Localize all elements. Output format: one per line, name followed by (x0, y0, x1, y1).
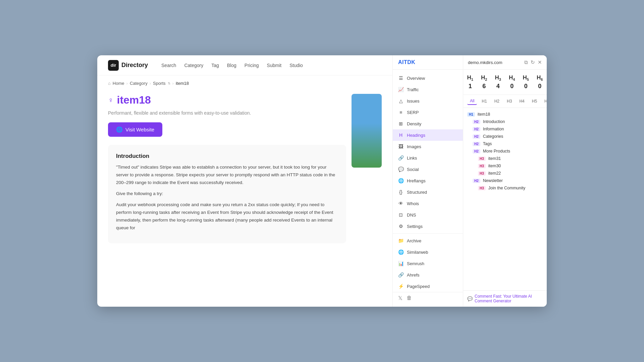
tree-item-1: H2 Introduction (473, 118, 543, 125)
sidebar-item-settings[interactable]: ⚙ Settings (393, 221, 463, 232)
expand-icon[interactable]: ⧉ (524, 59, 528, 65)
h6-count-col: H6 0 (533, 72, 547, 92)
tree-item-2: H2 Information (473, 125, 543, 133)
settings-label: Settings (407, 224, 423, 229)
nav-search[interactable]: Search (161, 63, 176, 68)
nav-blog[interactable]: Blog (227, 63, 236, 68)
tree-text-2: Information (483, 127, 504, 131)
sidebar-item-structured[interactable]: {} Structured (393, 186, 463, 198)
similarweb-label: Similarweb (407, 250, 428, 255)
sidebar-item-images[interactable]: 🖼 Images (393, 141, 463, 152)
item-title-row: ♀ item18 (108, 94, 346, 106)
tree-item-4: H2 Tags (473, 140, 543, 147)
sidebar-item-semrush[interactable]: 📊 Semrush (393, 258, 463, 269)
sidebar-item-issues[interactable]: △ Issues (393, 95, 463, 107)
sidebar-item-dns[interactable]: ⊡ DNS (393, 209, 463, 221)
h2-value: 6 (482, 83, 486, 90)
whois-label: Whois (407, 201, 419, 206)
h1-count-col: H1 1 (463, 72, 477, 92)
serp-icon: ≡ (398, 110, 404, 115)
delete-icon[interactable]: 🗑 (407, 295, 412, 301)
sidebar-item-hreflangs[interactable]: 🌐 Hreflangs (393, 175, 463, 186)
intro-text1: "Timed out" indicates Stripe was able to… (116, 164, 338, 187)
h3-label: H3 (495, 74, 501, 81)
h5-value: 0 (524, 83, 528, 90)
page-content: ♀ item18 Performant, flexible and extens… (97, 88, 392, 307)
logo-text: Directory (121, 62, 148, 69)
h5-label: H5 (523, 74, 529, 81)
tree-text-4: Tags (483, 141, 492, 146)
sidebar-item-links[interactable]: 🔗 Links (393, 152, 463, 164)
nav-submit[interactable]: Submit (267, 63, 282, 68)
tree-item-3: H2 Categories (473, 133, 543, 140)
pagespeed-label: PageSpeed (407, 284, 430, 289)
nav-studio[interactable]: Studio (289, 63, 303, 68)
sidebar-item-density[interactable]: ⊞ Density (393, 118, 463, 129)
nav-tag[interactable]: Tag (211, 63, 219, 68)
tab-all[interactable]: All (467, 98, 477, 105)
tab-h1[interactable]: H1 (479, 98, 489, 105)
ahrefs-label: Ahrefs (407, 273, 420, 278)
settings-icon: ⚙ (398, 224, 404, 229)
sidebar-divider (393, 233, 463, 234)
comment-bar[interactable]: 💬 Comment Fast: Your Ultimate AI Comment… (463, 290, 547, 307)
sep1: › (126, 81, 128, 86)
tab-h3[interactable]: H3 (504, 98, 515, 105)
logo[interactable]: dir Directory (108, 60, 148, 71)
tree-text-7: item30 (488, 164, 501, 168)
sidebar-item-serp[interactable]: ≡ SERP (393, 107, 463, 118)
breadcrumb-sports[interactable]: Sports (153, 81, 166, 86)
aitdk-label: AITDK (398, 59, 415, 65)
tab-h6[interactable]: H6 (542, 98, 547, 105)
refresh-icon[interactable]: ↻ (531, 59, 535, 65)
sidebar-item-ahrefs[interactable]: 🔗 Ahrefs (393, 269, 463, 281)
breadcrumb-current: item18 (176, 81, 189, 86)
browser-url: demo.mkdirs.com (468, 60, 502, 65)
sidebar-item-headings[interactable]: H Headings (393, 129, 463, 141)
overview-icon: ☰ (398, 75, 404, 81)
h3-count-col: H3 4 (491, 72, 505, 92)
item-image (352, 94, 382, 168)
structured-label: Structured (407, 190, 427, 195)
sidebar-item-similarweb[interactable]: 🌐 Similarweb (393, 246, 463, 258)
archive-icon: 📁 (398, 238, 404, 243)
nav-pricing[interactable]: Pricing (245, 63, 259, 68)
tree-item-8: H3 item22 (478, 170, 543, 177)
heading-tree: H1 item18 H2 Introduction H2 Information (463, 108, 547, 290)
tree-text-10: Join the Community (488, 186, 525, 190)
nav-links: Search Category Tag Blog Pricing Submit … (161, 63, 303, 68)
h1-value: 1 (469, 83, 472, 90)
visit-website-button[interactable]: 🌐 Visit Website (108, 122, 162, 137)
main-window: dir Directory Search Category Tag Blog P… (97, 55, 547, 307)
semrush-icon: 📊 (398, 261, 404, 266)
panel-body: ☰ Overview 📈 Traffic △ Issues ≡ SERP (393, 70, 547, 307)
h3-value: 4 (496, 83, 500, 90)
twitter-icon[interactable]: 𝕏 (398, 295, 402, 301)
ahrefs-icon: 🔗 (398, 272, 404, 278)
images-icon: 🖼 (398, 144, 404, 149)
panel-header: AITDK demo.mkdirs.com ⧉ ↻ ✕ (393, 55, 547, 70)
sidebar-item-social[interactable]: 💬 Social (393, 164, 463, 175)
nav-category[interactable]: Category (184, 63, 203, 68)
aitdk-section: AITDK (393, 55, 463, 69)
tree-item-7: H3 item30 (478, 162, 543, 170)
h3-badge-10: H3 (478, 186, 486, 190)
heading-counts: H1 1 H2 6 H3 4 H4 0 (463, 70, 547, 95)
tree-text-9: Newsletter (483, 178, 503, 183)
semrush-label: Semrush (407, 261, 424, 266)
close-icon[interactable]: ✕ (538, 59, 542, 65)
tab-h5[interactable]: H5 (529, 98, 540, 105)
breadcrumb-category[interactable]: Category (130, 81, 148, 86)
sidebar-item-traffic[interactable]: 📈 Traffic (393, 84, 463, 95)
sidebar-item-archive[interactable]: 📁 Archive (393, 235, 463, 246)
sidebar-item-overview[interactable]: ☰ Overview (393, 72, 463, 84)
traffic-icon: 📈 (398, 87, 404, 92)
tab-h4[interactable]: H4 (517, 98, 527, 105)
sidebar-item-whois[interactable]: 👁 Whois (393, 198, 463, 209)
tab-h2[interactable]: H2 (492, 98, 502, 105)
breadcrumb-home[interactable]: Home (113, 81, 124, 86)
main-page: dir Directory Search Category Tag Blog P… (97, 55, 392, 307)
headings-panel: H1 1 H2 6 H3 4 H4 0 (463, 70, 547, 307)
h2-badge-1: H2 (473, 120, 480, 124)
sidebar-item-pagespeed[interactable]: ⚡ PageSpeed (393, 281, 463, 292)
